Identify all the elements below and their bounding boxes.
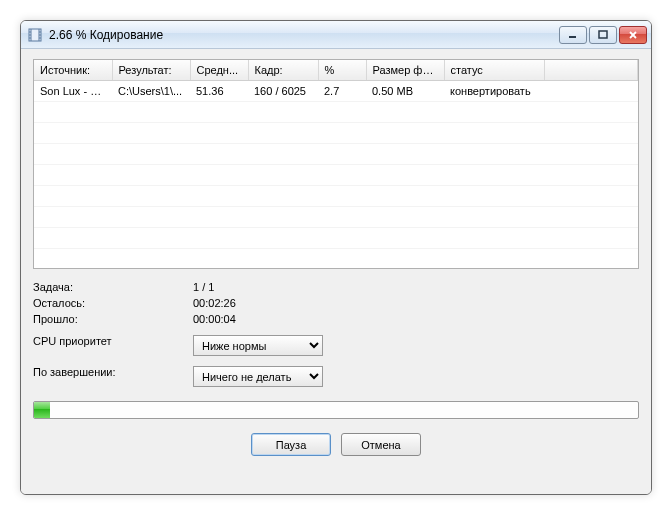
cancel-button[interactable]: Отмена xyxy=(341,433,421,456)
dialog-content: Источник: Результат: Средн... Кадр: % Ра… xyxy=(21,49,651,494)
button-row: Пауза Отмена xyxy=(33,433,639,456)
col-status[interactable]: статус xyxy=(444,60,544,81)
cell-source: Son Lux - Ea... xyxy=(34,81,112,102)
table-row: . xyxy=(34,207,638,228)
table-row[interactable]: Son Lux - Ea... C:\Users\1\... 51.36 160… xyxy=(34,81,638,102)
table-row: . xyxy=(34,228,638,249)
col-source[interactable]: Источник: xyxy=(34,60,112,81)
cpu-priority-select[interactable]: Ниже нормы xyxy=(193,335,323,356)
encoding-queue-grid[interactable]: Источник: Результат: Средн... Кадр: % Ра… xyxy=(33,59,639,269)
task-label: Задача: xyxy=(33,281,193,293)
on-completion-select[interactable]: Ничего не делать xyxy=(193,366,323,387)
pause-button[interactable]: Пауза xyxy=(251,433,331,456)
window-title: 2.66 % Кодирование xyxy=(47,28,559,42)
cpu-priority-label: CPU приоритет xyxy=(33,335,193,356)
cell-size: 0.50 MB xyxy=(366,81,444,102)
col-spare[interactable] xyxy=(544,60,638,81)
maximize-button[interactable] xyxy=(589,26,617,44)
table-row: . xyxy=(34,123,638,144)
encoding-dialog: 2.66 % Кодирование xyxy=(20,20,652,495)
col-size[interactable]: Размер фа... xyxy=(366,60,444,81)
cell-percent: 2.7 xyxy=(318,81,366,102)
close-button[interactable] xyxy=(619,26,647,44)
col-percent[interactable]: % xyxy=(318,60,366,81)
remaining-label: Осталось: xyxy=(33,297,193,309)
app-icon xyxy=(27,27,43,43)
grid-header-row: Источник: Результат: Средн... Кадр: % Ра… xyxy=(34,60,638,81)
info-panel: Задача: 1 / 1 Осталось: 00:02:26 Прошло:… xyxy=(33,281,639,387)
elapsed-label: Прошло: xyxy=(33,313,193,325)
remaining-value: 00:02:26 xyxy=(193,297,639,309)
cell-frame: 160 / 6025 xyxy=(248,81,318,102)
titlebar[interactable]: 2.66 % Кодирование xyxy=(21,21,651,49)
minimize-button[interactable] xyxy=(559,26,587,44)
elapsed-value: 00:00:04 xyxy=(193,313,639,325)
table-row: . xyxy=(34,144,638,165)
table-row: . xyxy=(34,186,638,207)
table-row: . xyxy=(34,102,638,123)
col-frame[interactable]: Кадр: xyxy=(248,60,318,81)
cell-status: конвертировать xyxy=(444,81,544,102)
cell-avg: 51.36 xyxy=(190,81,248,102)
task-value: 1 / 1 xyxy=(193,281,639,293)
cell-result: C:\Users\1\... xyxy=(112,81,190,102)
on-completion-label: По завершении: xyxy=(33,366,193,387)
progress-fill xyxy=(34,402,50,418)
table-row: . xyxy=(34,165,638,186)
svg-rect-10 xyxy=(599,31,607,38)
progress-bar xyxy=(33,401,639,419)
col-avg[interactable]: Средн... xyxy=(190,60,248,81)
col-result[interactable]: Результат: xyxy=(112,60,190,81)
